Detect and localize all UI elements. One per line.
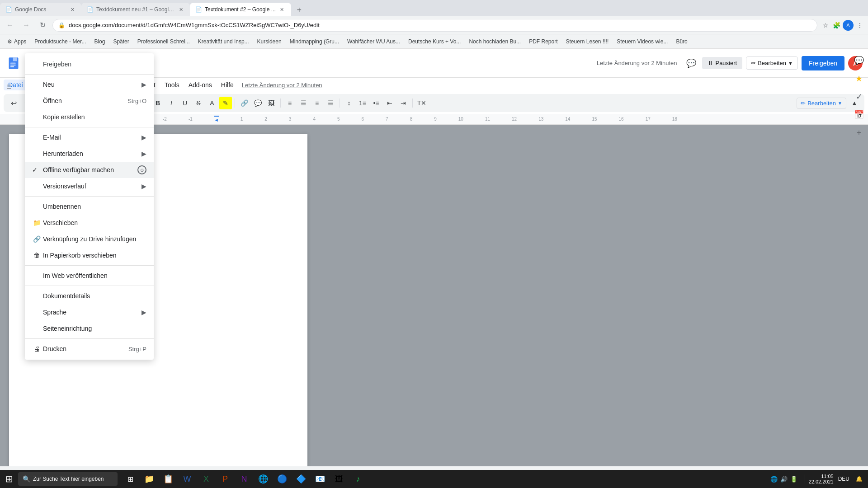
taskbar-app-spotify[interactable]: ♪: [349, 470, 367, 488]
calendar-panel-icon[interactable]: 📅: [851, 107, 867, 123]
align-left-button[interactable]: ≡: [283, 97, 296, 109]
menu-item-verschieben[interactable]: 📁 Verschieben: [25, 215, 154, 231]
tasks-panel-icon[interactable]: ✓: [851, 89, 867, 105]
menu-item-offline[interactable]: ✓ Offline verfügbar machen ⊙: [25, 162, 154, 178]
menu-item-neu[interactable]: Neu ▶: [25, 76, 154, 93]
numbered-list-button[interactable]: 1≡: [356, 97, 369, 109]
menu-item-sprache[interactable]: Sprache ▶: [25, 304, 154, 320]
bookmark-apps[interactable]: ⚙ Apps: [4, 37, 30, 47]
extension-icon[interactable]: 🧩: [832, 21, 841, 30]
chat-panel-icon[interactable]: 💬: [851, 52, 867, 69]
taskbar-app-powerpoint[interactable]: P: [216, 470, 234, 488]
bookmark-1[interactable]: Produktsuche - Mer...: [31, 37, 90, 47]
line-spacing-button[interactable]: ↕: [343, 97, 355, 109]
language-indicator[interactable]: DEU: [835, 476, 852, 482]
bookmark-kursideen[interactable]: Kursideen: [254, 37, 285, 47]
forward-button[interactable]: →: [20, 19, 33, 32]
browser-tab-2[interactable]: 📄 Textdokument neu #1 – Google ... ✕: [81, 3, 190, 16]
taskbar-app-photos[interactable]: 🖼: [330, 470, 348, 488]
profile-icon[interactable]: A: [843, 20, 854, 31]
bookmark-prof[interactable]: Professionell Schrei...: [134, 37, 193, 47]
taskbar-app-mail[interactable]: 📧: [311, 470, 329, 488]
menu-addons[interactable]: Add-ons: [184, 80, 217, 90]
taskbar-app-edge[interactable]: 🌐: [254, 470, 272, 488]
suggest-edits-button[interactable]: ✏ Bearbeiten ▼: [797, 98, 846, 109]
insert-image-button[interactable]: 🖼: [265, 97, 278, 109]
menu-hilfe[interactable]: Hilfe: [217, 80, 238, 90]
taskbar-network-icon[interactable]: 🌐: [770, 476, 778, 483]
align-justify-button[interactable]: ☰: [324, 97, 337, 109]
bookmark-later[interactable]: Später: [109, 37, 132, 47]
offline-info-icon[interactable]: ⊙: [137, 165, 146, 174]
browser-tab-1[interactable]: 📄 Google Docs ✕: [0, 3, 81, 16]
bookmark-hochladen[interactable]: Noch hochladen Bu...: [465, 37, 524, 47]
insert-comment-button[interactable]: 💬: [251, 97, 264, 109]
bullet-list-button[interactable]: •≡: [370, 97, 382, 109]
menu-item-dokumentdetails[interactable]: Dokumentdetails: [25, 288, 154, 304]
taskbar-app-excel[interactable]: X: [197, 470, 215, 488]
taskbar-app-edge2[interactable]: 🔷: [292, 470, 310, 488]
bookmark-steuern1[interactable]: Steuern Lesen !!!!: [562, 37, 612, 47]
menu-item-kopie[interactable]: Kopie erstellen: [25, 109, 154, 125]
pause-button[interactable]: ⏸ Pausiert: [702, 57, 742, 69]
bookmark-deutsch[interactable]: Deutsche Kurs + Vo...: [405, 37, 464, 47]
notification-icon[interactable]: 🔔: [854, 476, 864, 482]
taskbar-time[interactable]: 11:05 22.02.2021: [809, 474, 834, 484]
tab2-close[interactable]: ✕: [177, 6, 184, 13]
menu-item-oeffnen[interactable]: Öffnen Strg+O: [25, 93, 154, 109]
taskbar-app-explorer[interactable]: 📁: [140, 470, 158, 488]
taskbar-app-chrome[interactable]: 🔵: [273, 470, 291, 488]
underline-button[interactable]: U: [179, 97, 191, 109]
taskbar-volume-icon[interactable]: 🔊: [780, 476, 788, 483]
bookmark-pdf[interactable]: PDF Report: [525, 37, 561, 47]
italic-button[interactable]: I: [165, 97, 178, 109]
menu-item-papierkorb[interactable]: 🗑 In Papierkorb verschieben: [25, 247, 154, 263]
taskbar-search[interactable]: 🔍 Zur Suche Text hier eingeben: [18, 472, 118, 486]
decrease-indent-button[interactable]: ⇤: [383, 97, 396, 109]
menu-item-webveroeffentlichen[interactable]: Im Web veröffentlichen: [25, 267, 154, 284]
taskbar-app-word[interactable]: W: [178, 470, 196, 488]
keep-panel-icon[interactable]: ★: [851, 70, 867, 87]
text-color-button[interactable]: A: [206, 97, 218, 109]
new-tab-button[interactable]: +: [293, 4, 306, 16]
taskbar-app-teams[interactable]: 📋: [159, 470, 177, 488]
menu-item-email[interactable]: E-Mail ▶: [25, 129, 154, 145]
align-right-button[interactable]: ≡: [311, 97, 323, 109]
menu-item-umbenennen[interactable]: Umbenennen: [25, 198, 154, 215]
undo-button[interactable]: ↩: [7, 97, 20, 109]
increase-indent-button[interactable]: ⇥: [397, 97, 410, 109]
align-center-button[interactable]: ☰: [297, 97, 310, 109]
bookmark-blog[interactable]: Blog: [90, 37, 108, 47]
tab1-close[interactable]: ✕: [69, 6, 76, 13]
taskbar-battery-icon[interactable]: 🔋: [790, 476, 797, 483]
menu-item-versionsverlauf[interactable]: Versionsverlauf ▶: [25, 178, 154, 194]
comment-icon-btn[interactable]: 💬: [684, 56, 698, 70]
tab3-close[interactable]: ✕: [278, 6, 286, 13]
menu-item-herunterladen[interactable]: Herunterladen ▶: [25, 145, 154, 162]
insert-link-button[interactable]: 🔗: [238, 97, 250, 109]
back-button[interactable]: ←: [4, 19, 16, 32]
bookmark-star-icon[interactable]: ☆: [821, 21, 830, 30]
start-button[interactable]: ⊞: [0, 470, 18, 488]
clear-format-button[interactable]: T✕: [415, 97, 428, 109]
menu-tools[interactable]: Tools: [160, 80, 184, 90]
menu-item-verknuepfung[interactable]: 🔗 Verknüpfung zu Drive hinzufügen: [25, 231, 154, 247]
bookmark-wahlfach[interactable]: Wahlfächer WU Aus...: [344, 37, 404, 47]
share-button[interactable]: Freigeben: [802, 56, 844, 70]
menu-item-drucken[interactable]: 🖨 Drucken Strg+P: [25, 341, 154, 357]
last-saved-menu[interactable]: Letzte Änderung vor 2 Minuten: [242, 82, 322, 89]
edit-mode-dropdown[interactable]: ✏ Bearbeiten ▼: [746, 56, 798, 70]
bookmark-mindmap[interactable]: Mindmapping (Gru...: [286, 37, 343, 47]
highlight-button[interactable]: ✎: [219, 97, 232, 109]
menu-item-seiteneinrichtung[interactable]: Seiteneinrichtung: [25, 320, 154, 337]
menu-icon[interactable]: ⋮: [855, 21, 864, 30]
strikethrough-button[interactable]: S: [192, 97, 205, 109]
address-input[interactable]: 🔒 docs.google.com/document/d/1dGmfcW4CmW…: [52, 19, 817, 32]
browser-tab-3[interactable]: 📄 Textdokument #2 – Google ... ✕: [190, 3, 291, 16]
reload-button[interactable]: ↻: [36, 19, 49, 32]
bookmark-buero[interactable]: Büro: [672, 37, 691, 47]
taskbar-app-taskview[interactable]: ⊞: [121, 470, 139, 488]
bookmark-steuern2[interactable]: Steuern Videos wie...: [613, 37, 671, 47]
taskbar-app-onenote[interactable]: N: [235, 470, 253, 488]
bookmark-kreativ[interactable]: Kreativität und Insp...: [194, 37, 253, 47]
